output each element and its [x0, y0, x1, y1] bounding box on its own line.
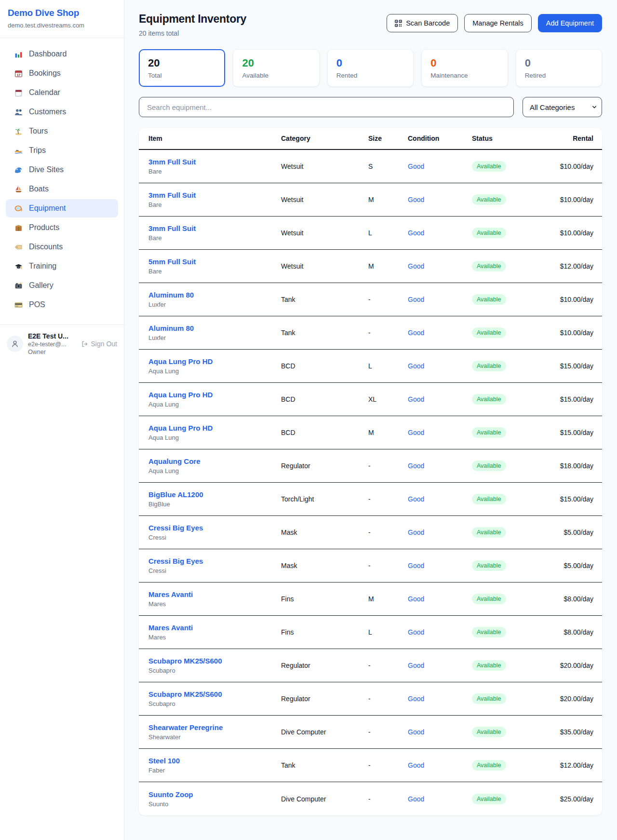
condition-link[interactable]: Good: [408, 229, 472, 237]
status-badge: Available: [472, 228, 506, 238]
condition-link[interactable]: Good: [408, 562, 472, 569]
condition-link[interactable]: Good: [408, 628, 472, 636]
item-name-link[interactable]: Mares Avanti: [148, 623, 281, 632]
avatar: [7, 336, 23, 352]
sidebar-item-label: Customers: [29, 108, 66, 116]
stat-card-maintenance[interactable]: 0 Maintenance: [421, 49, 508, 87]
sidebar-item-dive-sites[interactable]: Dive Sites: [6, 161, 118, 179]
condition-link[interactable]: Good: [408, 761, 472, 769]
item-name-link[interactable]: Cressi Big Eyes: [148, 556, 281, 566]
item-name-link[interactable]: Aqua Lung Pro HD: [148, 390, 281, 399]
status-cell: Available: [472, 261, 544, 271]
status-badge: Available: [472, 693, 506, 704]
sidebar-item-label: Products: [29, 223, 59, 232]
category-cell: Dive Computer: [281, 728, 368, 736]
condition-link[interactable]: Good: [408, 196, 472, 203]
user-info: E2E Test U... e2e-tester@... Owner: [28, 332, 76, 355]
sidebar-item-trips[interactable]: Trips: [6, 141, 118, 160]
training-icon: [14, 262, 23, 271]
sidebar-item-bookings[interactable]: 17 Bookings: [6, 64, 118, 82]
stat-card-rented[interactable]: 0 Rented: [327, 49, 414, 87]
condition-link[interactable]: Good: [408, 429, 472, 436]
item-brand: Bare: [148, 168, 281, 176]
condition-link[interactable]: Good: [408, 395, 472, 403]
item-name-link[interactable]: 3mm Full Suit: [148, 224, 281, 233]
table-row: Aluminum 80 Luxfer Tank - Good Available…: [139, 283, 602, 316]
scan-barcode-button[interactable]: Scan Barcode: [387, 14, 458, 32]
stat-card-total[interactable]: 20 Total: [139, 49, 225, 87]
item-name-link[interactable]: Aqualung Core: [148, 457, 281, 466]
bookings-icon: 17: [14, 69, 23, 78]
category-select[interactable]: All Categories: [523, 97, 602, 117]
item-name-link[interactable]: Scubapro MK25/S600: [148, 690, 281, 699]
sidebar-item-dashboard[interactable]: Dashboard: [6, 45, 118, 63]
condition-link[interactable]: Good: [408, 495, 472, 503]
condition-link[interactable]: Good: [408, 795, 472, 803]
manage-rentals-button[interactable]: Manage Rentals: [464, 14, 532, 32]
sidebar-item-tours[interactable]: Tours: [6, 122, 118, 140]
status-badge: Available: [472, 394, 506, 405]
item-name-link[interactable]: Aluminum 80: [148, 324, 281, 333]
item-name-link[interactable]: Aqua Lung Pro HD: [148, 357, 281, 366]
column-header-condition: Condition: [408, 135, 472, 142]
sidebar-item-equipment[interactable]: Equipment: [6, 199, 118, 217]
condition-link[interactable]: Good: [408, 595, 472, 603]
table-row: 3mm Full Suit Bare Wetsuit S Good Availa…: [139, 150, 602, 183]
status-badge: Available: [472, 627, 506, 637]
condition-link[interactable]: Good: [408, 329, 472, 337]
condition-link[interactable]: Good: [408, 262, 472, 270]
condition-link[interactable]: Good: [408, 362, 472, 370]
condition-link[interactable]: Good: [408, 462, 472, 470]
shop-title[interactable]: Demo Dive Shop: [8, 8, 116, 18]
sidebar-item-gallery[interactable]: Gallery: [6, 276, 118, 295]
item-name-link[interactable]: 5mm Full Suit: [148, 257, 281, 266]
size-cell: -: [368, 761, 408, 769]
item-name-link[interactable]: Aluminum 80: [148, 290, 281, 299]
discounts-icon: [14, 243, 23, 251]
column-header-size: Size: [368, 135, 408, 142]
sidebar-item-boats[interactable]: Boats: [6, 180, 118, 198]
condition-link[interactable]: Good: [408, 163, 472, 170]
size-cell: -: [368, 462, 408, 470]
item-name-link[interactable]: Aqua Lung Pro HD: [148, 423, 281, 433]
item-name-link[interactable]: 3mm Full Suit: [148, 157, 281, 166]
category-cell: Wetsuit: [281, 163, 368, 170]
condition-link[interactable]: Good: [408, 728, 472, 736]
sidebar-item-pos[interactable]: POS: [6, 296, 118, 314]
item-name-link[interactable]: Mares Avanti: [148, 590, 281, 599]
condition-link[interactable]: Good: [408, 296, 472, 303]
category-cell: Fins: [281, 628, 368, 636]
sign-out-button[interactable]: Sign Out: [81, 340, 117, 348]
condition-link[interactable]: Good: [408, 528, 472, 536]
sidebar-item-discounts[interactable]: Discounts: [6, 238, 118, 256]
stat-label: Retired: [525, 72, 593, 79]
condition-link[interactable]: Good: [408, 695, 472, 703]
table-row: Aqua Lung Pro HD Aqua Lung BCD M Good Av…: [139, 416, 602, 449]
table-row: 3mm Full Suit Bare Wetsuit M Good Availa…: [139, 183, 602, 217]
condition-link[interactable]: Good: [408, 662, 472, 669]
status-cell: Available: [472, 461, 544, 471]
item-name-link[interactable]: Shearwater Peregrine: [148, 723, 281, 732]
item-name-link[interactable]: Steel 100: [148, 756, 281, 765]
table-row: Steel 100 Faber Tank - Good Available $1…: [139, 749, 602, 782]
size-cell: -: [368, 695, 408, 703]
rental-price: $15.00/day: [544, 395, 593, 403]
item-name-link[interactable]: Cressi Big Eyes: [148, 523, 281, 532]
search-input[interactable]: [139, 97, 514, 117]
sidebar-item-customers[interactable]: Customers: [6, 103, 118, 121]
item-name-link[interactable]: BigBlue AL1200: [148, 490, 281, 499]
stat-card-available[interactable]: 20 Available: [233, 49, 319, 87]
sidebar-item-products[interactable]: Products: [6, 218, 118, 237]
item-name-link[interactable]: Suunto Zoop: [148, 790, 281, 799]
add-equipment-button[interactable]: Add Equipment: [538, 14, 602, 32]
stat-card-retired[interactable]: 0 Retired: [516, 49, 602, 87]
item-name-link[interactable]: 3mm Full Suit: [148, 190, 281, 200]
item-brand: Luxfer: [148, 301, 281, 309]
sidebar-item-training[interactable]: Training: [6, 257, 118, 275]
column-header-item: Item: [148, 135, 281, 142]
sidebar-item-calendar[interactable]: Calendar: [6, 83, 118, 102]
table-row: 3mm Full Suit Bare Wetsuit L Good Availa…: [139, 217, 602, 250]
table-row: Scubapro MK25/S600 Scubapro Regulator - …: [139, 682, 602, 716]
item-name-link[interactable]: Scubapro MK25/S600: [148, 656, 281, 665]
rental-price: $12.00/day: [544, 761, 593, 769]
